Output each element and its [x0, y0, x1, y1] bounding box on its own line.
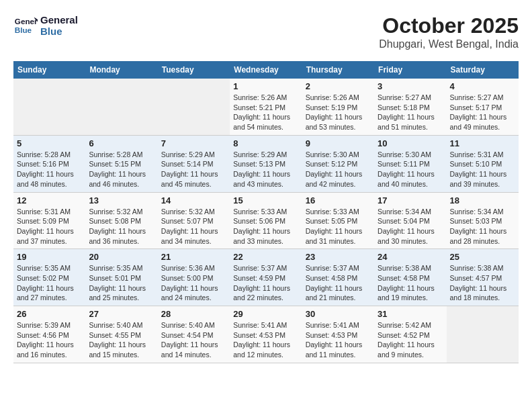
header-wednesday: Wednesday [230, 61, 302, 79]
day-number: 24 [378, 252, 443, 262]
calendar-cell: 18 Sunrise: 5:34 AMSunset: 5:03 PMDaylig… [447, 192, 519, 249]
day-info: Sunrise: 5:40 AMSunset: 4:54 PMDaylight:… [161, 320, 226, 360]
calendar-cell [447, 306, 519, 363]
calendar-subtitle: Dhupgari, West Bengal, India [379, 38, 519, 50]
day-number: 15 [233, 195, 298, 205]
week-row-1: 1 Sunrise: 5:26 AMSunset: 5:21 PMDayligh… [13, 79, 519, 135]
calendar-cell: 9 Sunrise: 5:30 AMSunset: 5:12 PMDayligh… [302, 135, 374, 192]
calendar-cell: 24 Sunrise: 5:38 AMSunset: 4:58 PMDaylig… [374, 249, 446, 306]
day-number: 27 [89, 309, 154, 319]
day-info: Sunrise: 5:29 AMSunset: 5:13 PMDaylight:… [233, 150, 298, 189]
day-number: 31 [378, 309, 443, 319]
day-number: 30 [306, 309, 371, 319]
calendar-cell: 26 Sunrise: 5:39 AMSunset: 4:56 PMDaylig… [13, 306, 85, 363]
day-info: Sunrise: 5:38 AMSunset: 4:57 PMDaylight:… [450, 263, 515, 303]
day-info: Sunrise: 5:36 AMSunset: 5:00 PMDaylight:… [161, 263, 226, 303]
day-number: 20 [89, 252, 154, 262]
day-number: 5 [17, 138, 82, 148]
calendar-cell: 2 Sunrise: 5:26 AMSunset: 5:19 PMDayligh… [302, 79, 374, 135]
calendar-table: SundayMondayTuesdayWednesdayThursdayFrid… [13, 61, 519, 363]
day-number: 11 [450, 138, 515, 148]
calendar-cell: 11 Sunrise: 5:31 AMSunset: 5:10 PMDaylig… [447, 135, 519, 192]
day-info: Sunrise: 5:40 AMSunset: 4:55 PMDaylight:… [89, 320, 154, 360]
day-info: Sunrise: 5:32 AMSunset: 5:08 PMDaylight:… [89, 207, 154, 246]
calendar-header-row: SundayMondayTuesdayWednesdayThursdayFrid… [13, 61, 519, 79]
day-info: Sunrise: 5:31 AMSunset: 5:10 PMDaylight:… [450, 150, 515, 189]
day-info: Sunrise: 5:34 AMSunset: 5:03 PMDaylight:… [450, 207, 515, 246]
day-info: Sunrise: 5:27 AMSunset: 5:17 PMDaylight:… [450, 93, 515, 132]
day-number: 16 [306, 195, 371, 205]
day-number: 6 [89, 138, 154, 148]
day-info: Sunrise: 5:32 AMSunset: 5:07 PMDaylight:… [161, 207, 226, 246]
header-thursday: Thursday [302, 61, 374, 79]
logo-line1: General [40, 14, 78, 26]
calendar-cell: 21 Sunrise: 5:36 AMSunset: 5:00 PMDaylig… [158, 249, 230, 306]
day-number: 29 [233, 309, 298, 319]
day-info: Sunrise: 5:31 AMSunset: 5:09 PMDaylight:… [17, 207, 82, 246]
day-info: Sunrise: 5:37 AMSunset: 4:59 PMDaylight:… [233, 263, 298, 303]
day-info: Sunrise: 5:28 AMSunset: 5:16 PMDaylight:… [17, 150, 82, 189]
calendar-cell: 13 Sunrise: 5:32 AMSunset: 5:08 PMDaylig… [85, 192, 157, 249]
header-tuesday: Tuesday [158, 61, 230, 79]
calendar-cell: 19 Sunrise: 5:35 AMSunset: 5:02 PMDaylig… [13, 249, 85, 306]
day-info: Sunrise: 5:35 AMSunset: 5:01 PMDaylight:… [89, 263, 154, 303]
svg-text:Blue: Blue [15, 26, 32, 34]
week-row-2: 5 Sunrise: 5:28 AMSunset: 5:16 PMDayligh… [13, 135, 519, 192]
calendar-cell: 28 Sunrise: 5:40 AMSunset: 4:54 PMDaylig… [158, 306, 230, 363]
day-number: 28 [161, 309, 226, 319]
calendar-cell: 27 Sunrise: 5:40 AMSunset: 4:55 PMDaylig… [85, 306, 157, 363]
page-header: General Blue General Blue October 2025 D… [13, 13, 519, 50]
calendar-cell: 8 Sunrise: 5:29 AMSunset: 5:13 PMDayligh… [230, 135, 302, 192]
calendar-cell: 29 Sunrise: 5:41 AMSunset: 4:53 PMDaylig… [230, 306, 302, 363]
day-info: Sunrise: 5:26 AMSunset: 5:19 PMDaylight:… [306, 93, 371, 132]
day-number: 26 [17, 309, 82, 319]
day-number: 7 [161, 138, 226, 148]
calendar-cell [158, 79, 230, 135]
day-info: Sunrise: 5:39 AMSunset: 4:56 PMDaylight:… [17, 320, 82, 360]
day-info: Sunrise: 5:41 AMSunset: 4:53 PMDaylight:… [233, 320, 298, 360]
calendar-cell: 14 Sunrise: 5:32 AMSunset: 5:07 PMDaylig… [158, 192, 230, 249]
day-number: 8 [233, 138, 298, 148]
day-number: 2 [306, 81, 371, 91]
calendar-cell [13, 79, 85, 135]
day-info: Sunrise: 5:33 AMSunset: 5:06 PMDaylight:… [233, 207, 298, 246]
title-block: October 2025 Dhupgari, West Bengal, Indi… [379, 13, 519, 50]
calendar-cell: 7 Sunrise: 5:29 AMSunset: 5:14 PMDayligh… [158, 135, 230, 192]
day-number: 19 [17, 252, 82, 262]
day-info: Sunrise: 5:27 AMSunset: 5:18 PMDaylight:… [378, 93, 443, 132]
day-number: 18 [450, 195, 515, 205]
logo-line2: Blue [40, 26, 78, 37]
day-number: 17 [378, 195, 443, 205]
day-info: Sunrise: 5:38 AMSunset: 4:58 PMDaylight:… [378, 263, 443, 303]
day-info: Sunrise: 5:33 AMSunset: 5:05 PMDaylight:… [306, 207, 371, 246]
calendar-cell: 1 Sunrise: 5:26 AMSunset: 5:21 PMDayligh… [230, 79, 302, 135]
header-monday: Monday [85, 61, 157, 79]
calendar-title: October 2025 [379, 13, 519, 38]
calendar-cell: 17 Sunrise: 5:34 AMSunset: 5:04 PMDaylig… [374, 192, 446, 249]
day-info: Sunrise: 5:29 AMSunset: 5:14 PMDaylight:… [161, 150, 226, 189]
day-info: Sunrise: 5:28 AMSunset: 5:15 PMDaylight:… [89, 150, 154, 189]
day-info: Sunrise: 5:30 AMSunset: 5:12 PMDaylight:… [306, 150, 371, 189]
day-info: Sunrise: 5:30 AMSunset: 5:11 PMDaylight:… [378, 150, 443, 189]
day-number: 13 [89, 195, 154, 205]
calendar-cell: 4 Sunrise: 5:27 AMSunset: 5:17 PMDayligh… [447, 79, 519, 135]
calendar-cell: 16 Sunrise: 5:33 AMSunset: 5:05 PMDaylig… [302, 192, 374, 249]
header-friday: Friday [374, 61, 446, 79]
calendar-cell: 15 Sunrise: 5:33 AMSunset: 5:06 PMDaylig… [230, 192, 302, 249]
calendar-cell: 3 Sunrise: 5:27 AMSunset: 5:18 PMDayligh… [374, 79, 446, 135]
svg-text:General: General [15, 17, 38, 26]
calendar-cell: 22 Sunrise: 5:37 AMSunset: 4:59 PMDaylig… [230, 249, 302, 306]
calendar-cell: 25 Sunrise: 5:38 AMSunset: 4:57 PMDaylig… [447, 249, 519, 306]
day-number: 9 [306, 138, 371, 148]
header-sunday: Sunday [13, 61, 85, 79]
calendar-cell: 5 Sunrise: 5:28 AMSunset: 5:16 PMDayligh… [13, 135, 85, 192]
calendar-cell: 10 Sunrise: 5:30 AMSunset: 5:11 PMDaylig… [374, 135, 446, 192]
week-row-4: 19 Sunrise: 5:35 AMSunset: 5:02 PMDaylig… [13, 249, 519, 306]
day-info: Sunrise: 5:37 AMSunset: 4:58 PMDaylight:… [306, 263, 371, 303]
logo-icon: General Blue [13, 13, 38, 38]
day-number: 23 [306, 252, 371, 262]
day-info: Sunrise: 5:34 AMSunset: 5:04 PMDaylight:… [378, 207, 443, 246]
day-info: Sunrise: 5:26 AMSunset: 5:21 PMDaylight:… [233, 93, 298, 132]
day-number: 1 [233, 81, 298, 91]
day-number: 4 [450, 81, 515, 91]
